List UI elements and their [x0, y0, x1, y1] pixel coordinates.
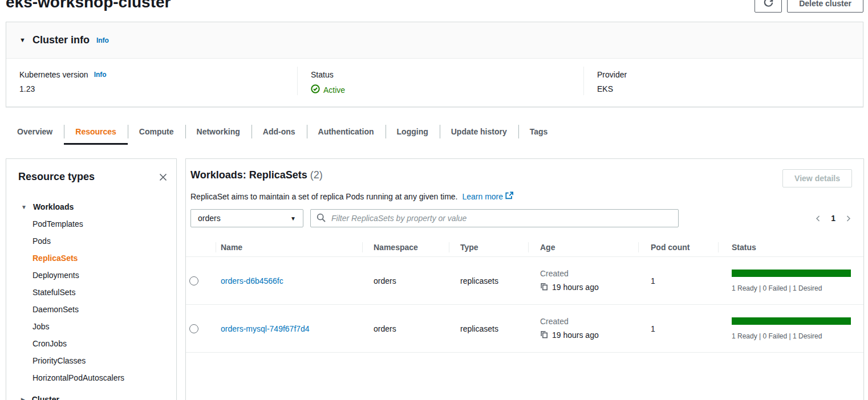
sidebar-item-podtemplates[interactable]: PodTemplates — [6, 215, 176, 232]
cell-age: Created 19 hours ago — [528, 317, 638, 340]
cell-pod-count: 1 — [638, 324, 718, 333]
tab-logging[interactable]: Logging — [386, 120, 440, 145]
copy-icon[interactable] — [540, 330, 548, 340]
sidebar-item-horizontalpodautoscalers[interactable]: HorizontalPodAutoscalers — [6, 369, 176, 386]
cell-namespace: orders — [362, 324, 449, 333]
check-circle-icon — [311, 84, 320, 95]
status-text: Active — [323, 85, 345, 95]
status-value: Active — [311, 84, 583, 95]
previous-page-button[interactable] — [814, 215, 822, 222]
copy-icon[interactable] — [540, 282, 548, 292]
tree-group-cluster[interactable]: ▶ Cluster — [6, 391, 176, 400]
replicaset-name-link[interactable]: orders-d6b4566fc — [221, 276, 283, 285]
table-row: orders-mysql-749f67f7d4 orders replicase… — [186, 305, 863, 353]
tab-authentication[interactable]: Authentication — [307, 120, 386, 145]
page-header: eks-workshop-cluster Delete cluster — [6, 0, 863, 16]
cluster-info-title: Cluster info — [33, 34, 90, 46]
chevron-down-icon: ▼ — [21, 204, 27, 210]
resource-types-tree: ▼ Workloads PodTemplates Pods ReplicaSet… — [6, 198, 176, 400]
table-row: orders-d6b4566fc orders replicasets Crea… — [186, 257, 863, 305]
search-icon — [317, 213, 326, 224]
provider-value: EKS — [597, 84, 863, 93]
tab-resources[interactable]: Resources — [64, 120, 128, 145]
provider-label: Provider — [597, 70, 863, 79]
namespace-filter-dropdown[interactable]: orders ▼ — [190, 209, 303, 227]
replicasets-description: ReplicaSet aims to maintain a set of rep… — [186, 187, 863, 201]
replicasets-title: Workloads: ReplicaSets (2) — [190, 169, 323, 181]
chevron-down-icon: ▼ — [290, 215, 296, 222]
sidebar-item-pods[interactable]: Pods — [6, 232, 176, 250]
table-header-row: Name Namespace Type Age Pod count Status — [186, 238, 863, 257]
column-header-age: Age — [528, 243, 638, 252]
refresh-button[interactable] — [755, 0, 782, 13]
chevron-down-icon: ▼ — [19, 37, 26, 43]
cell-age: Created 19 hours ago — [528, 269, 638, 292]
column-header-status: Status — [718, 243, 863, 252]
kubernetes-version-info-link[interactable]: Info — [94, 71, 107, 79]
cell-namespace: orders — [362, 276, 449, 285]
chevron-left-icon — [814, 215, 822, 224]
replicasets-header: Workloads: ReplicaSets (2) View details — [186, 159, 863, 187]
row-radio-button[interactable] — [189, 276, 198, 285]
page-title: eks-workshop-cluster — [6, 0, 171, 11]
cell-type: replicasets — [449, 276, 528, 285]
tab-update-history[interactable]: Update history — [440, 120, 518, 145]
dropdown-value: orders — [198, 214, 221, 223]
tab-compute[interactable]: Compute — [128, 120, 185, 145]
kubernetes-version-value: 1.23 — [19, 84, 297, 93]
tree-group-workloads[interactable]: ▼ Workloads — [6, 198, 176, 215]
delete-cluster-button[interactable]: Delete cluster — [787, 0, 863, 13]
status-summary: 1 Ready | 0 Failed | 1 Desired — [732, 332, 851, 340]
status-field: Status Active — [297, 67, 583, 95]
view-details-button[interactable]: View details — [782, 169, 852, 187]
kubernetes-version-field: Kubernetes version Info 1.23 — [6, 67, 297, 95]
cluster-info-toggle[interactable]: ▼ Cluster info Info — [6, 22, 863, 59]
replicasets-count: (2) — [310, 169, 323, 181]
filter-toolbar: orders ▼ 1 — [186, 201, 863, 227]
chevron-right-icon — [845, 215, 852, 224]
replicasets-table: Name Namespace Type Age Pod count Status… — [186, 238, 863, 353]
close-button[interactable] — [159, 173, 168, 182]
sidebar-item-statefulsets[interactable]: StatefulSets — [6, 284, 176, 301]
external-link-icon — [505, 191, 513, 201]
sidebar-item-deployments[interactable]: Deployments — [6, 267, 176, 284]
status-label: Status — [311, 70, 583, 79]
status-summary: 1 Ready | 0 Failed | 1 Desired — [732, 284, 851, 292]
learn-more-link[interactable]: Learn more — [462, 191, 513, 201]
sidebar-item-replicasets[interactable]: ReplicaSets — [6, 250, 176, 267]
cluster-tabs: Overview Resources Compute Networking Ad… — [6, 120, 559, 145]
cell-pod-count: 1 — [638, 276, 718, 285]
replicaset-name-link[interactable]: orders-mysql-749f67f7d4 — [221, 324, 310, 333]
sidebar-item-cronjobs[interactable]: CronJobs — [6, 335, 176, 352]
tab-add-ons[interactable]: Add-ons — [252, 120, 307, 145]
column-header-pod-count: Pod count — [638, 243, 718, 252]
sidebar-item-priorityclasses[interactable]: PriorityClasses — [6, 352, 176, 369]
tab-networking[interactable]: Networking — [185, 120, 252, 145]
cluster-info-panel: ▼ Cluster info Info Kubernetes version I… — [6, 22, 863, 107]
chevron-right-icon: ▶ — [21, 397, 26, 400]
next-page-button[interactable] — [845, 215, 852, 222]
cell-status: 1 Ready | 0 Failed | 1 Desired — [718, 317, 863, 340]
status-bar — [732, 317, 851, 325]
close-icon — [159, 175, 168, 183]
replicasets-panel: Workloads: ReplicaSets (2) View details … — [185, 158, 864, 400]
column-header-name: Name — [216, 243, 362, 252]
kubernetes-version-label: Kubernetes version — [19, 70, 88, 79]
tab-overview[interactable]: Overview — [6, 120, 64, 145]
current-page[interactable]: 1 — [831, 214, 835, 223]
status-bar — [732, 270, 851, 277]
sidebar-item-daemonsets[interactable]: DaemonSets — [6, 301, 176, 318]
provider-field: Provider EKS — [583, 67, 863, 95]
resource-types-header: Resource types — [6, 159, 176, 183]
row-radio-button[interactable] — [189, 324, 198, 333]
pagination: 1 — [814, 214, 852, 223]
refresh-icon — [764, 0, 773, 9]
tab-tags[interactable]: Tags — [518, 120, 559, 145]
search-input[interactable] — [330, 213, 672, 223]
column-header-namespace: Namespace — [362, 243, 449, 252]
cluster-info-body: Kubernetes version Info 1.23 Status Acti… — [6, 59, 863, 95]
replicasets-search — [310, 209, 679, 227]
sidebar-item-jobs[interactable]: Jobs — [6, 318, 176, 335]
cluster-info-info-link[interactable]: Info — [96, 36, 109, 44]
resource-types-title: Resource types — [18, 171, 95, 183]
